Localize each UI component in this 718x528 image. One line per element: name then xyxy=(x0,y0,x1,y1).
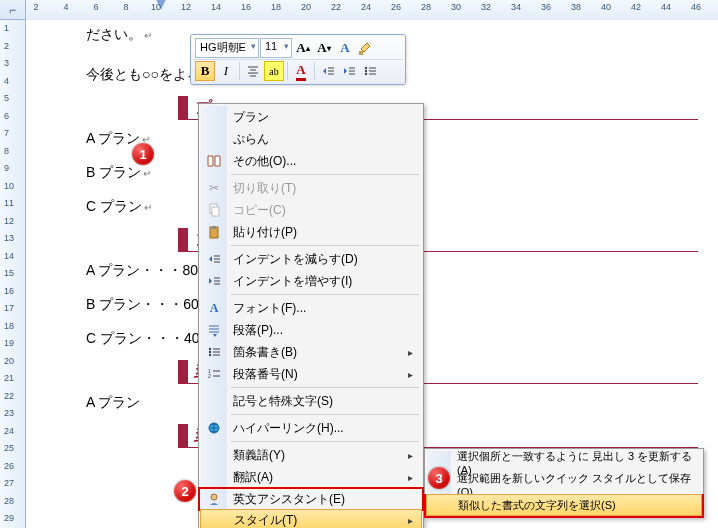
menu-item-translate[interactable]: 翻訳(A) ▸ xyxy=(201,466,421,488)
svg-point-32 xyxy=(209,354,211,356)
paragraph-icon xyxy=(205,321,223,339)
font-color-button[interactable]: A xyxy=(291,61,311,81)
marker-label: 3 xyxy=(435,471,442,486)
decrease-indent-button[interactable] xyxy=(318,61,338,81)
svg-point-41 xyxy=(211,494,217,500)
ruler-tick-label: 27 xyxy=(4,478,14,488)
text: B プラン xyxy=(86,164,141,180)
ruler-tick-label: 23 xyxy=(4,408,14,418)
svg-text:2: 2 xyxy=(208,373,211,379)
menu-item-other[interactable]: その他(O)... xyxy=(201,150,421,172)
text: A プラン xyxy=(86,130,140,146)
horizontal-ruler[interactable]: ⌐ 24681012141618202224262830323436384042… xyxy=(0,0,718,20)
menu-label: 記号と特殊文字(S) xyxy=(233,393,333,410)
menu-label: ハイパーリンク(H)... xyxy=(233,420,344,437)
font-name-combo[interactable]: HG明朝E xyxy=(195,38,259,58)
ruler-tick-label: 30 xyxy=(451,2,461,12)
grow-font-button[interactable]: A▴ xyxy=(293,38,313,58)
ruler-tick-label: 42 xyxy=(631,2,641,12)
separator xyxy=(287,62,288,80)
return-mark: ↵ xyxy=(144,30,152,41)
format-painter-button[interactable] xyxy=(356,38,376,58)
menu-label: 段落番号(N) xyxy=(233,366,298,383)
ruler-tick-label: 22 xyxy=(4,391,14,401)
menu-item-plan-hiragana[interactable]: ぷらん xyxy=(201,128,421,150)
ruler-tick-label: 3 xyxy=(4,58,9,68)
callout-marker-1: 1 xyxy=(132,143,154,165)
return-mark: ↵ xyxy=(143,168,151,179)
menu-label: インデントを増やす(I) xyxy=(233,273,352,290)
menu-item-font[interactable]: A フォント(F)... xyxy=(201,297,421,319)
highlight-button[interactable]: ab xyxy=(264,61,284,81)
submenu-item-select-similar[interactable]: 類似した書式の文字列を選択(S) xyxy=(426,494,702,516)
ruler-tick-label: 16 xyxy=(241,2,251,12)
ruler-tick-label: 12 xyxy=(181,2,191,12)
font-icon: A xyxy=(205,299,223,317)
ruler-corner: ⌐ xyxy=(0,0,26,20)
assistant-icon xyxy=(205,490,223,508)
menu-item-cut: ✂ 切り取り(T) xyxy=(201,177,421,199)
separator xyxy=(314,62,315,80)
menu-item-plan-katakana[interactable]: プラン xyxy=(201,106,421,128)
menu-item-paste[interactable]: 貼り付け(P) xyxy=(201,221,421,243)
numbering-icon: 12 xyxy=(205,365,223,383)
ruler-tick-label: 2 xyxy=(4,41,9,51)
menu-item-symbol[interactable]: 記号と特殊文字(S) xyxy=(201,390,421,412)
menu-item-hyperlink[interactable]: ハイパーリンク(H)... xyxy=(201,417,421,439)
svg-point-31 xyxy=(209,351,211,353)
ruler-tick-label: 26 xyxy=(4,461,14,471)
menu-item-increase-indent[interactable]: インデントを増やす(I) xyxy=(201,270,421,292)
bullets-icon xyxy=(205,343,223,361)
menu-item-decrease-indent[interactable]: インデントを減らす(D) xyxy=(201,248,421,270)
menu-item-synonyms[interactable]: 類義語(Y) ▸ xyxy=(201,444,421,466)
ruler-tick-label: 6 xyxy=(93,2,98,12)
svg-rect-0 xyxy=(359,51,363,55)
bullets-button[interactable] xyxy=(360,61,380,81)
ruler-tick-label: 22 xyxy=(331,2,341,12)
ruler-tick-label: 1 xyxy=(4,23,9,33)
text: ださい。 xyxy=(86,26,142,42)
menu-label: コピー(C) xyxy=(233,202,286,219)
bold-button[interactable]: B xyxy=(195,61,215,81)
text: B プラン・・・60 xyxy=(86,296,199,312)
ruler-tick-label: 2 xyxy=(33,2,38,12)
menu-item-copy: コピー(C) xyxy=(201,199,421,221)
submenu-arrow-icon: ▸ xyxy=(408,472,413,483)
center-align-button[interactable] xyxy=(243,61,263,81)
menu-item-numbering[interactable]: 12 段落番号(N) ▸ xyxy=(201,363,421,385)
menu-item-bullets[interactable]: 箇条書き(B) ▸ xyxy=(201,341,421,363)
menu-separator xyxy=(231,245,419,246)
shrink-font-button[interactable]: A▾ xyxy=(314,38,334,58)
ruler-tick-label: 18 xyxy=(4,321,14,331)
ruler-top-track[interactable]: 2468101214161820222426283032343638404244… xyxy=(26,0,718,20)
separator xyxy=(239,62,240,80)
text: C プラン xyxy=(86,198,142,214)
submenu-item-save-quick-style[interactable]: 選択範囲を新しいクイック スタイルとして保存(Q) xyxy=(427,473,701,495)
svg-rect-18 xyxy=(212,207,219,216)
menu-label: 切り取り(T) xyxy=(233,180,296,197)
menu-item-english-assistant[interactable]: 英文アシスタント(E) xyxy=(201,488,421,510)
italic-button[interactable]: I xyxy=(216,61,236,81)
ruler-tick-label: 44 xyxy=(661,2,671,12)
menu-label: その他(O)... xyxy=(233,153,296,170)
menu-label: 類義語(Y) xyxy=(233,447,285,464)
ruler-tick-label: 21 xyxy=(4,373,14,383)
text: A プラン xyxy=(86,394,140,410)
mini-toolbar: HG明朝E 11 A▴ A▾ A B I ab A xyxy=(190,34,406,85)
ruler-tick-label: 25 xyxy=(4,443,14,453)
ruler-tick-label: 10 xyxy=(4,181,14,191)
vertical-ruler[interactable]: 1234567891011121314151617181920212223242… xyxy=(0,20,26,528)
menu-item-paragraph[interactable]: 段落(P)... xyxy=(201,319,421,341)
svg-rect-20 xyxy=(212,226,216,229)
ruler-tick-label: 19 xyxy=(4,338,14,348)
ruler-tick-label: 16 xyxy=(4,286,14,296)
menu-separator xyxy=(231,414,419,415)
font-size-combo[interactable]: 11 xyxy=(260,38,292,58)
book-icon xyxy=(205,152,223,170)
ruler-tick-label: 28 xyxy=(421,2,431,12)
menu-label: プラン xyxy=(233,109,269,126)
increase-indent-button[interactable] xyxy=(339,61,359,81)
change-case-button[interactable]: A xyxy=(335,38,355,58)
menu-item-style[interactable]: スタイル(T) ▸ xyxy=(200,509,422,528)
ruler-tick-label: 7 xyxy=(4,128,9,138)
